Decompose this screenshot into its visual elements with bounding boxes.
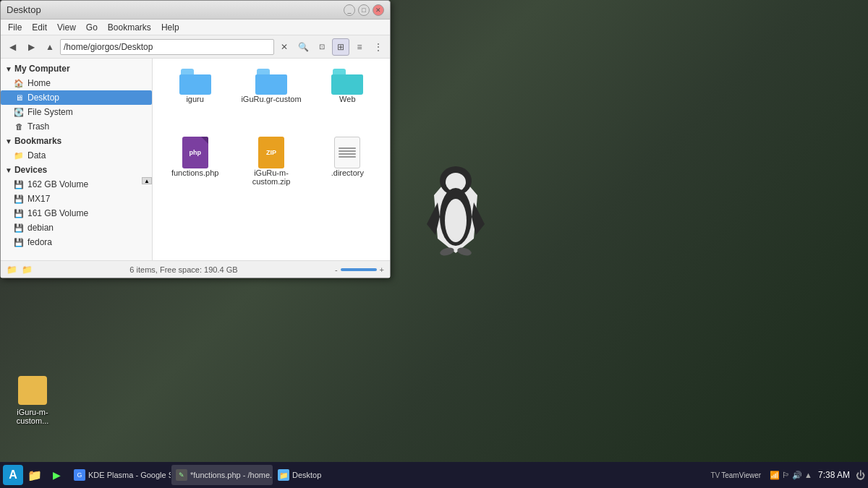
menu-help[interactable]: Help (157, 21, 184, 34)
window-maximize-button[interactable]: □ (358, 4, 370, 16)
menu-view[interactable]: View (53, 21, 80, 34)
file-item-iguru[interactable]: iguru (158, 64, 231, 129)
title-bar: Desktop _ □ ✕ (1, 1, 390, 20)
desktop-file-icon-label: iGuru-m-custom... (4, 408, 61, 425)
sidebar-item-mx17[interactable]: 💾 MX17 (1, 192, 152, 206)
search-button[interactable]: 🔍 (294, 38, 312, 56)
home-icon: 🏠 (14, 78, 24, 88)
icon-view-button[interactable]: ⊞ (332, 38, 349, 56)
sidebar-item-162gb[interactable]: 💾 162 GB Volume (1, 177, 152, 192)
sidebar-item-trash[interactable]: 🗑 Trash (1, 119, 152, 134)
menu-bookmarks[interactable]: Bookmarks (103, 21, 156, 34)
drive-icon-5: 💾 (14, 237, 24, 247)
sidebar-item-mx17-label: MX17 (27, 194, 50, 204)
menu-edit[interactable]: Edit (27, 21, 51, 34)
browser-icon: G (74, 469, 85, 481)
sidebar-item-filesystem[interactable]: 💽 File System (1, 105, 152, 119)
sidebar-section-my-computer[interactable]: ▼ My Computer (1, 61, 152, 76)
files-button[interactable]: 📁 (25, 465, 45, 485)
menu-go[interactable]: Go (82, 21, 102, 34)
sidebar-section-devices[interactable]: ▼ Devices (1, 163, 152, 177)
drive-icon-2: 💾 (14, 194, 24, 204)
filesystem-icon: 💽 (14, 107, 24, 117)
address-bar[interactable] (60, 39, 274, 55)
scroll-up-button[interactable]: ▲ (142, 177, 152, 184)
sidebar-item-data[interactable]: 📁 Data (1, 148, 152, 163)
zoom-icons: 📁 📁 (7, 265, 33, 275)
drive-icon-3: 💾 (14, 208, 24, 218)
up-button[interactable]: ▲ (41, 38, 59, 56)
sidebar-section-bookmarks[interactable]: ▼ Bookmarks (1, 134, 152, 148)
trash-icon: 🗑 (14, 121, 24, 132)
view-toggle-group: ⊡ (313, 38, 331, 56)
terminal-button[interactable]: ▶ (46, 465, 67, 485)
desktop-file-icon[interactable]: iGuru-m-custom... (4, 376, 61, 425)
svg-point-6 (445, 199, 467, 242)
sidebar-item-home-label: Home (27, 78, 51, 88)
power-icon[interactable]: ⏻ (856, 470, 865, 481)
desktop-icon: 🖥 (14, 93, 24, 103)
forward-button[interactable]: ▶ (22, 38, 40, 56)
file-item-web[interactable]: Web (311, 64, 384, 129)
sys-tray: TV TeamViewer (710, 471, 761, 479)
list-view-button[interactable]: ≡ (351, 38, 368, 56)
start-button[interactable]: A (3, 465, 23, 485)
taskbar-app-browser-label: KDE Plasma - Google Se... (88, 471, 171, 479)
taskbar-app-editor[interactable]: ✎ *functions.php - /home... (171, 465, 273, 485)
directory-file-icon (334, 137, 360, 168)
drive-icon-4: 💾 (14, 223, 24, 233)
back-button[interactable]: ◀ (4, 38, 21, 56)
file-item-functions-php-label: functions.php (171, 168, 218, 177)
toolbar: ◀ ▶ ▲ ✕ 🔍 ⊡ ⊞ ≡ ⋮ (1, 35, 390, 59)
taskbar-app-filemanager[interactable]: 📁 Desktop (273, 465, 326, 485)
window-minimize-button[interactable]: _ (344, 4, 355, 16)
menu-file[interactable]: File (4, 21, 26, 34)
tree-view-button[interactable]: ⋮ (370, 38, 387, 56)
sidebar-item-home[interactable]: 🏠 Home (1, 76, 152, 90)
file-item-zip-label: iGuRu-m-custom.zip (237, 168, 305, 186)
folder-icon-iguru (179, 69, 211, 95)
file-item-web-label: Web (339, 95, 355, 103)
sidebar-item-debian-label: debian (27, 223, 54, 233)
status-info: 6 items, Free space: 190.4 GB (129, 265, 237, 274)
battery-icon: ▲ (804, 471, 812, 479)
my-computer-label: My Computer (14, 64, 70, 74)
devices-arrow: ▼ (5, 166, 12, 174)
devices-label: Devices (14, 165, 47, 175)
sidebar-item-debian[interactable]: 💾 debian (1, 221, 152, 235)
sidebar-item-161gb-label: 161 GB Volume (27, 208, 88, 218)
folder-icon-iguru-custom (255, 69, 287, 95)
data-folder-icon: 📁 (14, 150, 24, 160)
file-item-functions-php[interactable]: php functions.php (158, 132, 231, 197)
sidebar-item-fedora-label: fedora (27, 237, 52, 247)
file-item-iguru-custom[interactable]: iGuRu.gr-custom (234, 64, 307, 129)
folder-icon-small: 📁 (7, 265, 17, 275)
sidebar-item-filesystem-label: File System (27, 107, 73, 117)
sidebar-item-desktop-label: Desktop (27, 93, 59, 103)
sidebar-item-data-label: Data (27, 150, 46, 160)
taskbar-app-browser[interactable]: G KDE Plasma - Google Se... (69, 465, 171, 485)
file-item-zip[interactable]: ZIP iGuRu-m-custom.zip (234, 132, 307, 197)
file-item-directory-label: .directory (331, 168, 364, 177)
zoom-plus-icon: + (380, 265, 384, 274)
editor-icon: ✎ (176, 469, 187, 481)
sidebar-item-fedora[interactable]: 💾 fedora (1, 235, 152, 249)
split-view-button[interactable]: ⊡ (313, 38, 331, 56)
file-item-iguru-custom-label: iGuRu.gr-custom (241, 95, 301, 103)
window-title: Desktop (7, 4, 41, 15)
sidebar-item-161gb[interactable]: 💾 161 GB Volume (1, 206, 152, 221)
taskbar-right: TV TeamViewer 📶 🏳 🔊 ▲ 7:38 AM ⏻ (710, 470, 865, 481)
sidebar-item-162gb-label: 162 GB Volume (27, 179, 88, 189)
status-bar: 📁 📁 6 items, Free space: 190.4 GB - + (1, 260, 390, 278)
file-item-directory[interactable]: .directory (311, 132, 384, 197)
sidebar-item-desktop[interactable]: 🖥 Desktop (1, 90, 152, 105)
clear-button[interactable]: ✕ (276, 38, 293, 56)
flag-icon: 🏳 (782, 471, 790, 479)
zoom-slider[interactable] (341, 268, 377, 271)
taskbar-left: A 📁 ▶ (3, 465, 67, 485)
network-icon: 📶 (770, 471, 780, 480)
window-close-button[interactable]: ✕ (373, 4, 384, 16)
folder-icon-web (331, 69, 363, 95)
file-grid: iguru iGuRu.gr-custom Web (153, 59, 390, 260)
bookmarks-label: Bookmarks (14, 136, 61, 146)
